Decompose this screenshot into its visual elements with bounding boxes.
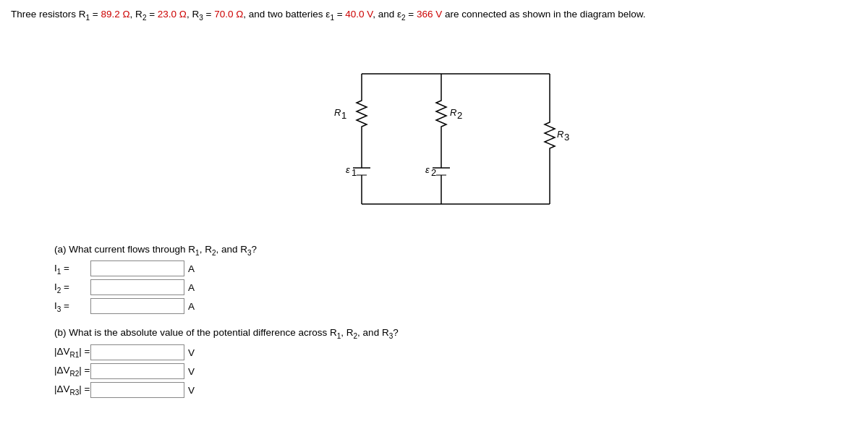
i2-row: I2 = A: [54, 279, 857, 295]
dvr3-row: |ΔVR3| = V: [54, 382, 857, 398]
svg-text:R: R: [450, 107, 456, 118]
i1-label: I1 =: [54, 263, 90, 276]
dvr2-input[interactable]: [90, 363, 184, 379]
dvr3-unit: V: [188, 385, 195, 396]
svg-text:2: 2: [431, 167, 436, 178]
i3-unit: A: [188, 301, 195, 312]
svg-text:3: 3: [564, 132, 569, 143]
svg-text:1: 1: [352, 167, 357, 178]
part-b-label: (b) What is the absolute value of the po…: [54, 327, 857, 340]
i3-row: I3 = A: [54, 298, 857, 314]
part-a-label: (a) What current flows through R1, R2, a…: [54, 244, 857, 257]
svg-text:R: R: [557, 129, 563, 140]
header-text: Three resistors R1 = 89.2 Ω, R2 = 23.0 Ω…: [11, 9, 646, 20]
i1-unit: A: [188, 263, 195, 274]
dvr3-label: |ΔVR3| =: [54, 383, 90, 397]
questions-section: (a) What current flows through R1, R2, a…: [54, 244, 857, 398]
i3-label: I3 =: [54, 300, 90, 313]
svg-text:ε: ε: [425, 164, 430, 175]
dvr2-label: |ΔVR2| =: [54, 365, 90, 378]
dvr1-row: |ΔVR1| = V: [54, 344, 857, 360]
dvr2-unit: V: [188, 366, 195, 377]
problem-statement: Three resistors R1 = 89.2 Ω, R2 = 23.0 Ω…: [11, 7, 857, 23]
svg-text:2: 2: [457, 110, 462, 121]
i1-row: I1 = A: [54, 260, 857, 276]
i2-label: I2 =: [54, 281, 90, 294]
svg-text:R: R: [334, 107, 341, 118]
i2-unit: A: [188, 282, 195, 293]
dvr3-input[interactable]: [90, 382, 184, 398]
dvr2-row: |ΔVR2| = V: [54, 363, 857, 379]
dvr1-label: |ΔVR1| =: [54, 346, 90, 359]
part-b-block: (b) What is the absolute value of the po…: [54, 327, 857, 398]
svg-text:ε: ε: [346, 164, 350, 175]
circuit-diagram: ε 1 R 1 ε 2 R 2 R 3: [11, 30, 857, 233]
dvr1-input[interactable]: [90, 344, 184, 360]
svg-text:1: 1: [341, 110, 346, 121]
i2-input[interactable]: [90, 279, 184, 295]
part-a-block: (a) What current flows through R1, R2, a…: [54, 244, 857, 315]
dvr1-unit: V: [188, 347, 195, 358]
i1-input[interactable]: [90, 260, 184, 276]
i3-input[interactable]: [90, 298, 184, 314]
